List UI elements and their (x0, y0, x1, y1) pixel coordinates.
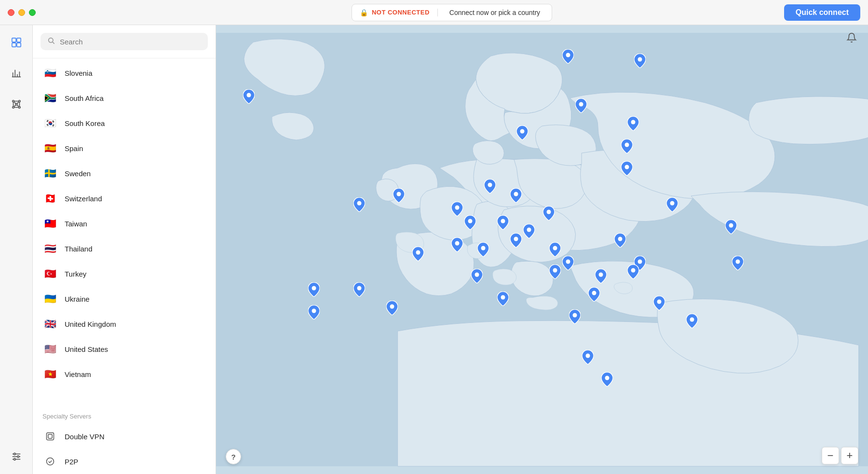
specialty-icon-p2p (42, 454, 58, 469)
map-pin-29[interactable] (386, 301, 398, 317)
map-pin-23[interactable] (562, 256, 574, 272)
map-pin-22[interactable] (549, 242, 561, 259)
country-item-ukraine[interactable]: 🇺🇦 Ukraine (33, 286, 216, 311)
map-pin-38[interactable] (308, 282, 320, 299)
map-pin-31[interactable] (497, 292, 509, 308)
country-flag-sweden: 🇸🇪 (42, 166, 58, 181)
map-pin-14[interactable] (510, 188, 522, 205)
svg-point-36 (637, 57, 642, 62)
map-pin-24[interactable] (614, 233, 626, 250)
map-pin-12[interactable] (497, 215, 509, 232)
map-pin-20[interactable] (510, 233, 522, 250)
svg-point-54 (514, 237, 518, 241)
map-pin-27[interactable] (627, 265, 639, 281)
sidebar-item-stats[interactable] (7, 64, 26, 83)
map-pin-34[interactable] (569, 309, 581, 326)
svg-point-59 (637, 259, 642, 264)
country-item-sweden[interactable]: 🇸🇪 Sweden (33, 161, 216, 186)
country-item-south-korea[interactable]: 🇰🇷 South Korea (33, 111, 216, 136)
map-pin-0[interactable] (243, 89, 255, 106)
search-input-wrapper[interactable] (41, 33, 208, 50)
country-name-turkey: Turkey (65, 270, 86, 278)
map-pin-6[interactable] (621, 139, 633, 155)
country-item-united-states[interactable]: 🇺🇸 United States (33, 336, 216, 362)
map-pin-9[interactable] (451, 202, 463, 218)
minimize-button[interactable] (18, 9, 25, 16)
map-pin-32[interactable] (549, 265, 561, 281)
sidebar-item-servers[interactable] (7, 33, 26, 52)
map-pin-17[interactable] (412, 247, 424, 263)
map-pin-7[interactable] (353, 197, 365, 214)
search-input[interactable] (60, 38, 201, 46)
map-pin-37[interactable] (732, 256, 744, 272)
map-pin-26[interactable] (595, 269, 607, 285)
connect-hint: Connect now or pick a country (438, 9, 552, 16)
svg-point-46 (501, 219, 505, 223)
svg-point-72 (312, 286, 316, 291)
svg-point-61 (631, 268, 636, 273)
map-pin-36[interactable] (725, 220, 737, 236)
notification-button[interactable] (843, 29, 860, 46)
maximize-button[interactable] (29, 9, 36, 16)
svg-point-27 (14, 459, 15, 460)
svg-line-21 (17, 105, 18, 106)
map-pin-13[interactable] (543, 206, 555, 223)
map-pin-15[interactable] (621, 161, 633, 178)
country-flag-taiwan: 🇹🇼 (42, 216, 58, 231)
map-pin-16[interactable] (666, 197, 678, 214)
country-item-slovenia[interactable]: 🇸🇮 Slovenia (33, 60, 216, 85)
map-pin-28[interactable] (353, 282, 365, 299)
specialty-name-double-vpn: Double VPN (65, 432, 105, 441)
map-pin-11[interactable] (464, 215, 476, 232)
map-pin-39[interactable] (308, 305, 320, 321)
svg-point-39 (631, 120, 636, 125)
close-button[interactable] (8, 9, 14, 16)
country-flag-switzerland: 🇨🇭 (42, 191, 58, 206)
quick-connect-button[interactable]: Quick connect (784, 4, 860, 21)
specialty-item-double-vpn[interactable]: Double VPN (33, 424, 216, 449)
map-pin-30[interactable] (471, 269, 483, 285)
svg-rect-30 (47, 433, 54, 440)
map-pin-21[interactable] (523, 224, 535, 240)
country-item-turkey[interactable]: 🇹🇷 Turkey (33, 261, 216, 286)
svg-point-11 (12, 107, 14, 109)
country-flag-thailand: 🇹🇭 (42, 241, 58, 256)
country-flag-turkey: 🇹🇷 (42, 266, 58, 281)
zoom-in-button[interactable]: + (841, 447, 858, 464)
map-pin-1[interactable] (562, 49, 574, 66)
map-pin-19[interactable] (477, 242, 489, 259)
map-pin-40[interactable] (686, 314, 698, 330)
map-pin-35[interactable] (653, 296, 665, 312)
map-pin-10[interactable] (484, 179, 496, 195)
svg-point-32 (47, 458, 54, 465)
zoom-out-button[interactable]: − (822, 447, 839, 464)
map-pin-4[interactable] (516, 125, 528, 142)
specialty-item-p2p[interactable]: P2P (33, 449, 216, 474)
country-item-united-kingdom[interactable]: 🇬🇧 United Kingdom (33, 311, 216, 336)
main-layout: 🇸🇮 Slovenia 🇿🇦 South Africa 🇰🇷 South Kor… (0, 25, 868, 474)
country-item-taiwan[interactable]: 🇹🇼 Taiwan (33, 211, 216, 236)
map-pin-3[interactable] (575, 98, 587, 115)
country-item-spain[interactable]: 🇪🇸 Spain (33, 136, 216, 161)
svg-point-64 (475, 273, 479, 277)
svg-point-13 (15, 103, 17, 105)
sidebar-item-meshnet[interactable] (7, 95, 26, 114)
svg-line-19 (17, 102, 18, 103)
svg-rect-1 (16, 38, 20, 42)
map-pin-2[interactable] (634, 54, 646, 70)
map-pin-18[interactable] (451, 237, 463, 254)
map-pin-42[interactable] (601, 372, 613, 389)
country-item-switzerland[interactable]: 🇨🇭 Switzerland (33, 186, 216, 211)
country-item-south-africa[interactable]: 🇿🇦 South Africa (33, 85, 216, 111)
map-pin-5[interactable] (627, 116, 639, 133)
map-pin-8[interactable] (393, 188, 405, 205)
map-pin-33[interactable] (588, 287, 600, 304)
map-pin-41[interactable] (582, 350, 594, 366)
svg-point-42 (396, 192, 401, 196)
country-item-thailand[interactable]: 🇹🇭 Thailand (33, 236, 216, 261)
help-button[interactable]: ? (226, 449, 241, 464)
svg-point-52 (455, 241, 460, 246)
country-item-vietnam[interactable]: 🇻🇳 Vietnam (33, 362, 216, 387)
sidebar-item-settings[interactable] (7, 447, 26, 466)
svg-point-65 (501, 295, 505, 299)
